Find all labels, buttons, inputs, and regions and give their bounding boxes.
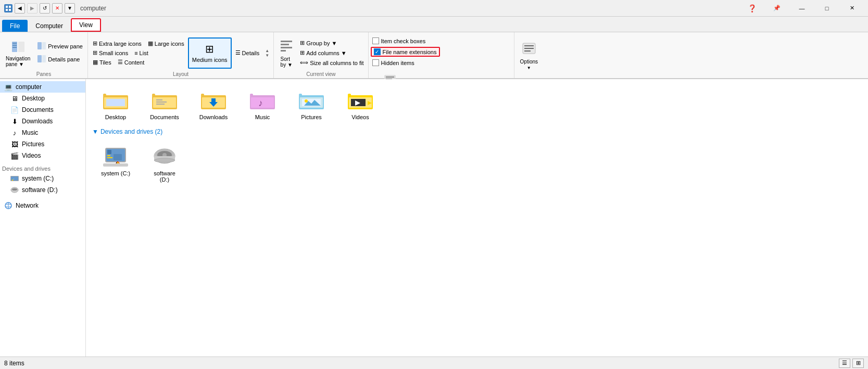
music-sidebar-label: Music xyxy=(22,129,38,136)
tiles-label: Tiles xyxy=(99,59,111,66)
stop-button[interactable]: ✕ xyxy=(52,3,62,14)
pictures-folder[interactable]: Pictures xyxy=(288,83,335,124)
softwared-drive[interactable]: software(D:) xyxy=(141,139,188,186)
tab-view[interactable]: View xyxy=(71,18,101,32)
svg-rect-3 xyxy=(9,9,11,11)
softwared-sidebar-label: software (D:) xyxy=(22,186,58,194)
videos-sidebar-icon: 🎬 xyxy=(10,151,19,160)
item-count-label: 8 items xyxy=(4,360,24,367)
list-button[interactable]: ≡ List xyxy=(132,48,151,57)
sidebar-item-computer[interactable]: 💻 computer xyxy=(0,81,85,93)
details-view-toggle[interactable]: ☰ xyxy=(839,359,850,368)
documents-folder[interactable]: Documents xyxy=(141,83,188,124)
large-view-toggle[interactable]: ⊞ xyxy=(852,359,864,368)
sidebar-item-music[interactable]: ♪ Music xyxy=(0,127,85,138)
softwared-label: software(D:) xyxy=(154,170,175,183)
layout-scroll[interactable]: ▲ ▼ xyxy=(263,48,271,58)
sidebar-item-systemc[interactable]: ! system (C:) xyxy=(0,173,85,184)
sort-by-button[interactable]: Sortby ▼ xyxy=(276,36,297,70)
showhide-content: Item check boxes ✓ File name extensions … xyxy=(371,34,512,69)
documents-sidebar-label: Documents xyxy=(22,106,54,113)
videos-folder[interactable]: Videos xyxy=(337,83,384,124)
navigation-pane-button[interactable]: Navigationpane ▼ xyxy=(2,36,34,70)
medium-icons-label: Medium icons xyxy=(192,57,228,63)
small-icons-button[interactable]: ⊞ Small icons xyxy=(90,48,131,57)
forward-button[interactable]: ▶ xyxy=(27,3,37,14)
desktop-folder[interactable]: Desktop xyxy=(92,83,139,124)
group-by-button[interactable]: ⊞ Group by ▼ xyxy=(298,39,366,47)
music-folder[interactable]: ♪ Music xyxy=(239,83,286,124)
details-button[interactable]: ☰ Details xyxy=(233,48,262,57)
sort-by-icon xyxy=(280,39,293,55)
help-icon[interactable]: ❓ xyxy=(740,0,764,17)
nav-pane-icon xyxy=(10,39,26,55)
pin-icon[interactable]: 📌 xyxy=(765,0,789,17)
sidebar-item-network[interactable]: Network xyxy=(0,200,85,211)
medium-icons-button[interactable]: ⊞ Medium icons xyxy=(188,37,232,69)
svg-rect-16 xyxy=(281,50,286,52)
pane-options: Preview pane Details pane xyxy=(35,41,85,66)
downloads-folder[interactable]: Downloads xyxy=(190,83,237,124)
size-columns-button[interactable]: ⟺ Size all columns to fit xyxy=(298,58,366,67)
videos-label: Videos xyxy=(351,114,369,120)
svg-rect-1 xyxy=(9,6,11,8)
svg-rect-13 xyxy=(281,41,292,42)
panes-content: Navigationpane ▼ Preview pane Details pa… xyxy=(2,34,85,71)
tab-file[interactable]: File xyxy=(2,20,28,32)
tiles-button[interactable]: ▦ Tiles xyxy=(90,58,114,67)
sidebar-item-videos[interactable]: 🎬 Videos xyxy=(0,150,85,161)
svg-point-32 xyxy=(12,188,17,190)
expand-button[interactable]: ▼ xyxy=(65,3,75,14)
tab-computer[interactable]: Computer xyxy=(28,20,71,32)
file-name-extensions-option[interactable]: ✓ File name extensions xyxy=(371,47,440,57)
sort-by-label: Sortby ▼ xyxy=(281,56,293,68)
documents-label: Documents xyxy=(150,114,179,120)
window-controls: ❓ 📌 — □ ✕ xyxy=(740,0,864,17)
minimize-button[interactable]: — xyxy=(790,0,814,17)
item-check-boxes-option[interactable]: Item check boxes xyxy=(371,36,427,45)
back-button[interactable]: ◀ xyxy=(15,3,25,14)
ribbon-options-group: Options ▼ xyxy=(514,32,551,78)
sidebar-item-downloads[interactable]: ⬇ Downloads xyxy=(0,116,85,127)
sidebar-item-pictures[interactable]: 🖼 Pictures xyxy=(0,138,85,150)
extra-large-icons-button[interactable]: ⊞ Extra large icons xyxy=(90,39,144,48)
sidebar-item-documents[interactable]: 📄 Documents xyxy=(0,104,85,116)
file-name-extensions-checkbox[interactable]: ✓ xyxy=(374,48,381,55)
sidebar-item-softwared[interactable]: software (D:) xyxy=(0,184,85,196)
svg-rect-38 xyxy=(106,99,125,106)
hidden-items-option[interactable]: Hidden items xyxy=(371,58,416,67)
svg-rect-24 xyxy=(524,45,534,46)
ribbon-panes-group: Navigationpane ▼ Preview pane Details pa… xyxy=(0,32,88,78)
sidebar-item-desktop[interactable]: 🖥 Desktop xyxy=(0,93,85,104)
details-label: Details xyxy=(242,50,260,56)
svg-rect-2 xyxy=(6,9,8,11)
preview-pane-button[interactable]: Preview pane xyxy=(35,41,85,53)
devices-section-header[interactable]: ▼ Devices and drives (2) xyxy=(92,128,862,135)
details-pane-button[interactable]: Details pane xyxy=(35,54,85,66)
content-button[interactable]: ☰ Content xyxy=(115,58,147,67)
large-icons-button[interactable]: ▦ Large icons xyxy=(145,39,187,48)
pictures-sidebar-label: Pictures xyxy=(22,141,44,148)
close-button[interactable]: ✕ xyxy=(840,0,864,17)
sidebar: 💻 computer 🖥 Desktop 📄 Documents ⬇ Downl… xyxy=(0,79,86,357)
svg-rect-10 xyxy=(42,42,46,49)
preview-pane-label: Preview pane xyxy=(48,43,83,49)
svg-rect-7 xyxy=(12,45,17,46)
item-check-boxes-label: Item check boxes xyxy=(381,38,426,44)
devices-sidebar-section: Devices and drives xyxy=(0,166,85,173)
undo-button[interactable]: ↺ xyxy=(40,3,50,14)
maximize-button[interactable]: □ xyxy=(815,0,839,17)
softwared-sidebar-icon xyxy=(10,186,19,194)
item-check-boxes-checkbox[interactable] xyxy=(372,37,379,44)
hidden-items-checkbox[interactable] xyxy=(372,59,379,66)
add-columns-label: Add columns xyxy=(306,50,339,56)
desktop-label: Desktop xyxy=(105,114,126,120)
add-columns-button[interactable]: ⊞ Add columns ▼ xyxy=(298,48,366,57)
content-label: Content xyxy=(124,59,145,66)
systemc-drive[interactable]: ! system (C:) xyxy=(92,139,139,186)
extra-large-icons-label: Extra large icons xyxy=(99,41,142,47)
group-by-label: Group by xyxy=(306,40,330,46)
systemc-sidebar-icon: ! xyxy=(10,174,19,183)
options-button[interactable]: Options ▼ xyxy=(517,39,542,73)
svg-rect-43 xyxy=(156,101,167,103)
